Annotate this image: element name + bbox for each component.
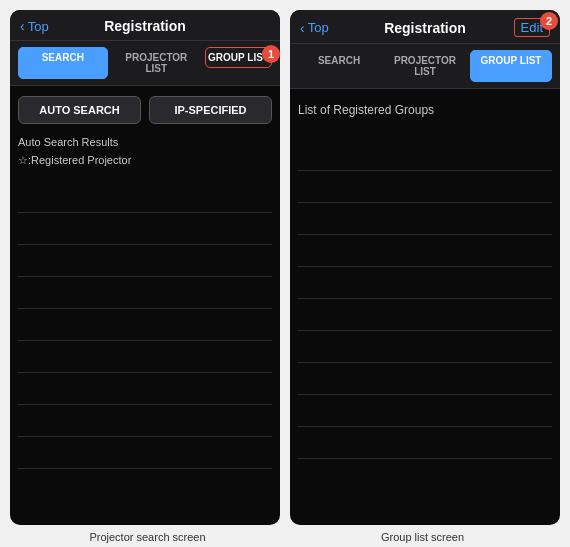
list-item <box>298 139 552 171</box>
list-item <box>18 277 272 309</box>
left-back-button[interactable]: ‹ Top <box>20 18 49 34</box>
left-list-lines <box>18 181 272 515</box>
right-list-lines <box>298 139 552 515</box>
search-buttons-row: AUTO SEARCH IP-SPECIFIED <box>18 96 272 124</box>
list-item <box>298 427 552 459</box>
left-tab-search[interactable]: SEARCH <box>18 47 108 79</box>
right-back-label: Top <box>308 20 329 35</box>
list-item <box>298 171 552 203</box>
list-item <box>298 363 552 395</box>
list-item <box>298 267 552 299</box>
left-tab-projector-list[interactable]: PROJECTOR LIST <box>112 47 202 79</box>
captions-row: Projector search screen Group list scree… <box>10 525 560 547</box>
left-tab-bar: SEARCH PROJECTOR LIST GROUP LIST 1 <box>10 41 280 86</box>
left-nav-title: Registration <box>104 18 186 34</box>
left-back-label: Top <box>28 19 49 34</box>
list-item <box>18 437 272 469</box>
auto-search-result-label: Auto Search Results <box>18 136 272 148</box>
list-item <box>18 341 272 373</box>
right-nav-title: Registration <box>384 20 466 36</box>
left-caption: Projector search screen <box>10 531 285 543</box>
list-item <box>18 405 272 437</box>
badge-2: 2 <box>540 12 558 30</box>
left-nav-bar: ‹ Top Registration <box>10 10 280 41</box>
list-item <box>18 245 272 277</box>
ip-specified-button[interactable]: IP-SPECIFIED <box>149 96 272 124</box>
auto-search-button[interactable]: AUTO SEARCH <box>18 96 141 124</box>
list-item <box>18 181 272 213</box>
right-content-area: List of Registered Groups <box>290 89 560 525</box>
left-chevron-icon: ‹ <box>20 18 25 34</box>
right-tab-search[interactable]: SEARCH <box>298 50 380 82</box>
list-item <box>18 213 272 245</box>
list-item <box>18 373 272 405</box>
list-item <box>298 299 552 331</box>
registered-projector-note: ☆:Registered Projector <box>18 154 272 167</box>
left-content-area: AUTO SEARCH IP-SPECIFIED Auto Search Res… <box>10 86 280 525</box>
right-back-button[interactable]: ‹ Top <box>300 20 329 36</box>
right-tab-projector-list[interactable]: PROJECTOR LIST <box>384 50 466 82</box>
right-phone-screen: ‹ Top Registration Edit 2 SEARCH PROJECT… <box>290 10 560 525</box>
list-item <box>298 395 552 427</box>
right-edit-wrapper: Edit 2 <box>514 18 550 37</box>
list-item <box>298 331 552 363</box>
right-caption: Group list screen <box>285 531 560 543</box>
left-phone-screen: ‹ Top Registration SEARCH PROJECTOR LIST… <box>10 10 280 525</box>
right-chevron-icon: ‹ <box>300 20 305 36</box>
right-tab-group-list[interactable]: GROUP LIST <box>470 50 552 82</box>
group-list-title: List of Registered Groups <box>298 99 552 125</box>
badge-1: 1 <box>262 45 280 63</box>
list-item <box>18 309 272 341</box>
list-item <box>298 235 552 267</box>
left-group-list-wrapper: GROUP LIST 1 <box>205 47 272 79</box>
list-item <box>298 203 552 235</box>
right-tab-bar: SEARCH PROJECTOR LIST GROUP LIST <box>290 44 560 89</box>
right-nav-bar: ‹ Top Registration Edit 2 <box>290 10 560 44</box>
